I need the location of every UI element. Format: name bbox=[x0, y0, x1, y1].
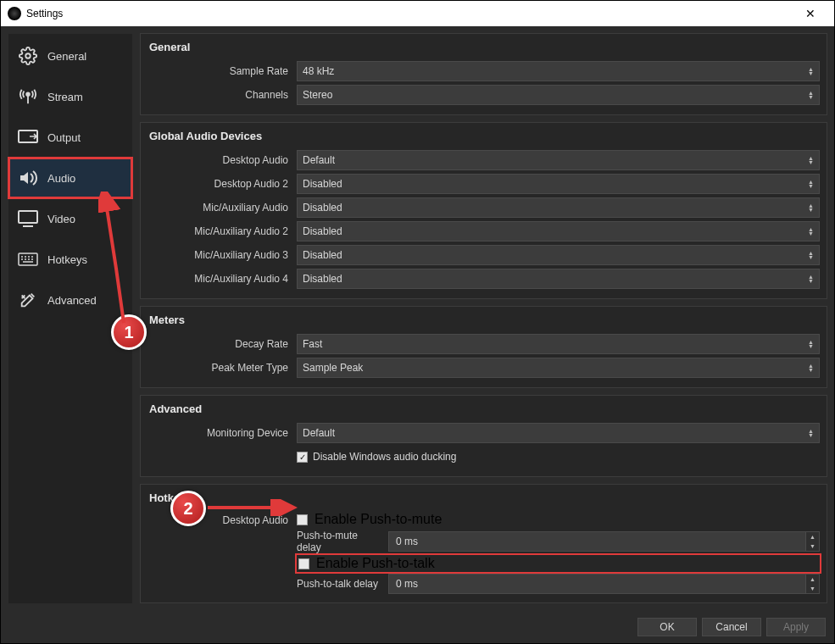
broadcast-icon bbox=[17, 87, 39, 106]
sidebar-item-advanced[interactable]: Advanced bbox=[8, 280, 132, 320]
spin-icon: ▲▼ bbox=[808, 156, 814, 164]
select-channels[interactable]: Stereo▲▼ bbox=[297, 85, 820, 105]
spin-icon: ▲▼ bbox=[808, 180, 814, 188]
sidebar-item-label: General bbox=[47, 50, 86, 63]
spinner-buttons[interactable]: ▲▼ bbox=[806, 574, 820, 594]
svg-rect-4 bbox=[19, 211, 37, 223]
ok-button[interactable]: OK bbox=[637, 618, 697, 636]
select-mic-aux-2[interactable]: Disabled▲▼ bbox=[297, 221, 820, 242]
monitor-icon bbox=[17, 210, 39, 227]
spin-icon: ▲▼ bbox=[808, 251, 814, 259]
group-title: Hotkeys bbox=[148, 491, 820, 504]
select-monitoring-device[interactable]: Default▲▼ bbox=[297, 423, 820, 443]
group-title: Meters bbox=[148, 314, 820, 326]
sidebar-item-video[interactable]: Video bbox=[8, 198, 132, 239]
group-meters: Meters Decay RateFast▲▼ Peak Meter TypeS… bbox=[140, 306, 827, 388]
sidebar-item-stream[interactable]: Stream bbox=[8, 76, 132, 117]
window-titlebar: Settings ✕ bbox=[1, 1, 834, 26]
label-hotkey-device: Desktop Audio bbox=[148, 511, 297, 526]
sidebar-item-label: Hotkeys bbox=[47, 253, 87, 266]
group-title: Global Audio Devices bbox=[148, 130, 820, 142]
sidebar-item-label: Output bbox=[47, 131, 81, 144]
checkbox-push-to-talk[interactable] bbox=[298, 558, 309, 569]
label-ptm-delay: Push-to-mute delay bbox=[297, 530, 381, 553]
group-hotkeys: Hotkeys Desktop Audio Enable Push-to-mut… bbox=[140, 484, 827, 603]
label-mic-aux-4: Mic/Auxiliary Audio 4 bbox=[148, 273, 297, 285]
sidebar-item-general[interactable]: General bbox=[8, 36, 132, 76]
svg-point-1 bbox=[26, 92, 30, 96]
select-sample-rate[interactable]: 48 kHz▲▼ bbox=[297, 61, 820, 81]
label-monitoring-device: Monitoring Device bbox=[148, 427, 297, 439]
label-ptt-delay: Push-to-talk delay bbox=[297, 578, 381, 590]
label-decay-rate: Decay Rate bbox=[148, 338, 297, 350]
group-advanced: Advanced Monitoring DeviceDefault▲▼ Disa… bbox=[140, 395, 827, 477]
app-icon bbox=[8, 7, 21, 20]
label-desktop-audio: Desktop Audio bbox=[148, 154, 297, 166]
checkbox-disable-ducking[interactable] bbox=[297, 452, 308, 463]
sidebar-item-label: Stream bbox=[47, 91, 83, 103]
spin-icon: ▲▼ bbox=[808, 91, 814, 99]
label-peak-meter: Peak Meter Type bbox=[148, 362, 297, 374]
checkbox-push-to-mute[interactable] bbox=[297, 514, 308, 525]
input-ptt-delay[interactable]: 0 ms bbox=[388, 574, 806, 594]
label-channels: Channels bbox=[148, 89, 297, 101]
select-peak-meter[interactable]: Sample Peak▲▼ bbox=[297, 358, 820, 378]
label-push-to-talk: Enable Push-to-talk bbox=[316, 556, 435, 571]
svg-point-0 bbox=[25, 53, 31, 58]
sidebar-item-label: Advanced bbox=[47, 294, 97, 307]
input-ptm-delay[interactable]: 0 ms bbox=[388, 531, 806, 552]
label-desktop-audio-2: Desktop Audio 2 bbox=[148, 178, 297, 190]
spin-icon: ▲▼ bbox=[808, 67, 814, 75]
speaker-icon bbox=[17, 169, 39, 187]
tools-icon bbox=[17, 291, 39, 309]
window-title: Settings bbox=[26, 8, 63, 19]
sidebar-item-audio[interactable]: Audio bbox=[8, 158, 132, 198]
spin-icon: ▲▼ bbox=[808, 429, 814, 437]
group-title: Advanced bbox=[148, 402, 820, 415]
dialog-footer: OK Cancel Apply bbox=[1, 611, 834, 643]
sidebar-item-hotkeys[interactable]: Hotkeys bbox=[8, 239, 132, 280]
spin-icon: ▲▼ bbox=[808, 227, 814, 236]
label-push-to-mute: Enable Push-to-mute bbox=[315, 512, 442, 527]
select-decay-rate[interactable]: Fast▲▼ bbox=[297, 334, 820, 354]
spin-icon: ▲▼ bbox=[808, 203, 814, 212]
window-close-button[interactable]: ✕ bbox=[793, 7, 827, 20]
sidebar-item-label: Video bbox=[47, 213, 75, 225]
label-mic-aux: Mic/Auxiliary Audio bbox=[148, 202, 297, 214]
select-desktop-audio[interactable]: Default▲▼ bbox=[297, 150, 820, 170]
spin-icon: ▲▼ bbox=[808, 340, 814, 348]
sidebar-item-output[interactable]: Output bbox=[8, 117, 132, 158]
label-mic-aux-2: Mic/Auxiliary Audio 2 bbox=[148, 225, 297, 237]
label-mic-aux-3: Mic/Auxiliary Audio 3 bbox=[148, 249, 297, 261]
group-title: General bbox=[148, 41, 820, 53]
label-sample-rate: Sample Rate bbox=[148, 65, 297, 77]
gear-icon bbox=[17, 47, 39, 65]
sidebar-item-label: Audio bbox=[47, 172, 75, 185]
spinner-buttons[interactable]: ▲▼ bbox=[806, 531, 820, 552]
spin-icon: ▲▼ bbox=[808, 364, 814, 372]
spin-icon: ▲▼ bbox=[808, 275, 814, 283]
output-icon bbox=[17, 130, 39, 145]
select-mic-aux[interactable]: Disabled▲▼ bbox=[297, 197, 820, 218]
cancel-button[interactable]: Cancel bbox=[702, 618, 761, 636]
group-global-audio: Global Audio Devices Desktop AudioDefaul… bbox=[140, 122, 827, 299]
group-general: General Sample Rate 48 kHz▲▼ Channels St… bbox=[140, 33, 827, 115]
apply-button: Apply bbox=[766, 618, 826, 636]
keyboard-icon bbox=[17, 253, 39, 266]
select-desktop-audio-2[interactable]: Disabled▲▼ bbox=[297, 174, 820, 194]
settings-content: General Sample Rate 48 kHz▲▼ Channels St… bbox=[140, 33, 827, 611]
select-mic-aux-3[interactable]: Disabled▲▼ bbox=[297, 245, 820, 265]
label-disable-ducking: Disable Windows audio ducking bbox=[313, 451, 456, 463]
select-mic-aux-4[interactable]: Disabled▲▼ bbox=[297, 269, 820, 289]
settings-sidebar: General Stream Output Audio bbox=[8, 33, 133, 604]
